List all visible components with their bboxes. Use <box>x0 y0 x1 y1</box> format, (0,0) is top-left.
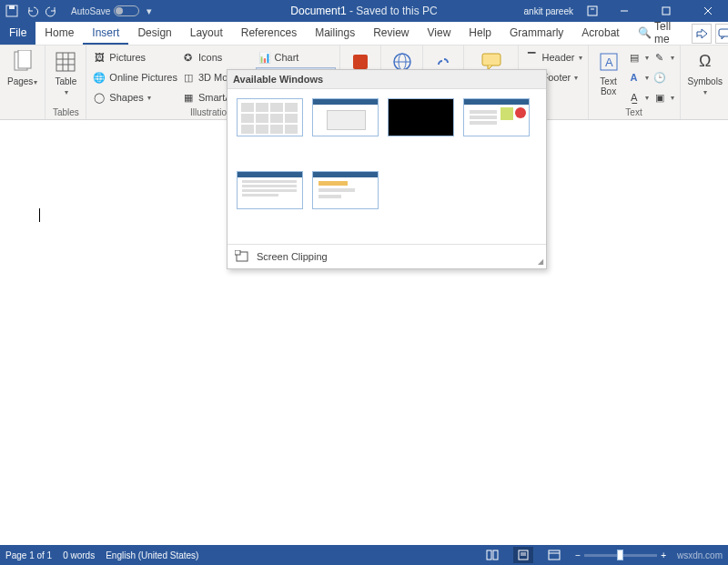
quick-access-toolbar: AutoSave ▾ <box>0 5 152 17</box>
redo-icon[interactable] <box>46 5 58 17</box>
group-text: A Text Box ▤▾ A▾ A̲▾ ✎▾ 🕒 ▣▾ Text <box>589 45 681 119</box>
tables-group-label: Tables <box>49 107 82 119</box>
zoom-in-button[interactable]: + <box>661 550 666 560</box>
window-thumbnail[interactable] <box>463 98 530 136</box>
svg-rect-2 <box>588 6 597 15</box>
icons-icon: ✪ <box>181 50 196 65</box>
text-box-icon: A <box>596 49 622 75</box>
drop-cap-icon: A̲ <box>627 90 642 105</box>
pages-button[interactable]: Pages▾ <box>4 47 41 107</box>
tab-acrobat[interactable]: Acrobat <box>572 22 628 45</box>
symbols-icon: Ω <box>693 49 718 75</box>
window-thumbnail[interactable] <box>312 171 379 209</box>
pictures-icon: 🖼 <box>92 50 106 65</box>
status-bar: Page 1 of 1 0 words English (United Stat… <box>0 545 728 565</box>
quick-parts-icon: ▤ <box>627 50 642 65</box>
date-time-icon: 🕒 <box>652 70 667 85</box>
screen-clipping-item[interactable]: Screen Clipping <box>228 244 546 268</box>
close-button[interactable] <box>692 0 724 22</box>
svg-rect-10 <box>56 53 75 71</box>
available-windows-grid <box>228 89 546 244</box>
svg-rect-4 <box>662 7 670 15</box>
svg-rect-31 <box>549 550 560 560</box>
minimize-button[interactable] <box>608 0 641 22</box>
word-count[interactable]: 0 words <box>63 550 95 560</box>
table-button[interactable]: Table▾ <box>49 47 82 107</box>
group-pages: Pages▾ <box>0 45 46 119</box>
wordart-button[interactable]: A▾ <box>625 67 651 87</box>
screenshot-dropdown: Available Windows Screen Clipping ◢ <box>227 69 547 269</box>
drop-cap-button[interactable]: A̲▾ <box>625 87 651 107</box>
online-pictures-button[interactable]: 🌐Online Pictures <box>90 67 179 87</box>
window-thumbnail[interactable] <box>237 171 303 209</box>
object-icon: ▣ <box>652 90 667 105</box>
ribbon-tabs: File Home Insert Design Layout Reference… <box>0 22 728 45</box>
chart-button[interactable]: 📊Chart <box>256 47 337 67</box>
svg-rect-15 <box>353 55 368 69</box>
qat-customize-icon[interactable]: ▾ <box>147 5 152 17</box>
ribbon-options-icon[interactable] <box>586 5 599 17</box>
pictures-button[interactable]: 🖼Pictures <box>90 47 179 67</box>
tab-file[interactable]: File <box>0 22 35 45</box>
zoom-level[interactable]: wsxdn.com <box>677 550 723 560</box>
symbols-button[interactable]: ΩSymbols▾ <box>684 47 726 107</box>
tab-review[interactable]: Review <box>364 22 418 45</box>
svg-rect-7 <box>719 29 728 36</box>
resize-grip-icon[interactable]: ◢ <box>538 257 543 266</box>
object-button[interactable]: ▣▾ <box>651 87 676 107</box>
tab-insert[interactable]: Insert <box>83 22 128 45</box>
header-button[interactable]: ▔Header▾ <box>522 47 583 67</box>
read-mode-button[interactable] <box>482 547 502 563</box>
svg-rect-27 <box>493 550 498 560</box>
screen-clipping-icon <box>235 250 249 263</box>
svg-rect-26 <box>487 550 491 560</box>
signed-in-user[interactable]: ankit pareek <box>524 6 573 16</box>
svg-rect-1 <box>9 5 15 9</box>
tab-references[interactable]: References <box>232 22 306 45</box>
print-layout-button[interactable] <box>513 547 533 563</box>
signature-line-button[interactable]: ✎▾ <box>651 47 676 67</box>
tab-mailings[interactable]: Mailings <box>306 22 364 45</box>
wordart-icon: A <box>627 70 642 85</box>
page-count[interactable]: Page 1 of 1 <box>5 550 52 560</box>
table-icon <box>53 49 78 75</box>
web-layout-button[interactable] <box>544 547 564 563</box>
window-thumbnail[interactable] <box>312 98 379 136</box>
text-box-button[interactable]: A Text Box <box>592 47 625 107</box>
maximize-button[interactable] <box>650 0 682 22</box>
icons-button[interactable]: ✪Icons <box>179 47 256 67</box>
tab-view[interactable]: View <box>419 22 460 45</box>
comments-pane-button[interactable] <box>715 24 728 44</box>
smartart-icon: ▦ <box>181 90 196 105</box>
ribbon: Pages▾ Table▾ Tables 🖼Pictures 🌐Online P… <box>0 45 728 120</box>
tell-me-search[interactable]: 🔍 Tell me <box>629 20 689 47</box>
zoom-slider[interactable]: − + <box>575 550 666 560</box>
zoom-out-button[interactable]: − <box>575 550 581 560</box>
text-group-label: Text <box>592 107 676 119</box>
undo-icon[interactable] <box>25 5 38 17</box>
tab-help[interactable]: Help <box>460 22 500 45</box>
online-pictures-icon: 🌐 <box>92 70 106 85</box>
tab-layout[interactable]: Layout <box>181 22 232 45</box>
window-thumbnail[interactable] <box>237 98 303 136</box>
share-button[interactable] <box>692 24 711 44</box>
tab-home[interactable]: Home <box>35 22 83 45</box>
dropdown-title: Available Windows <box>228 70 546 89</box>
tab-design[interactable]: Design <box>128 22 180 45</box>
date-time-button[interactable]: 🕒 <box>651 67 676 87</box>
quick-parts-button[interactable]: ▤▾ <box>625 47 651 67</box>
save-icon[interactable] <box>5 5 18 17</box>
shapes-icon: ◯ <box>92 90 106 105</box>
header-icon: ▔ <box>524 50 539 65</box>
svg-rect-9 <box>18 50 31 68</box>
language-status[interactable]: English (United States) <box>106 550 198 560</box>
svg-rect-19 <box>482 54 500 66</box>
group-symbols: ΩSymbols▾ <box>681 45 728 119</box>
svg-text:A: A <box>605 55 613 69</box>
shapes-button[interactable]: ◯Shapes▾ <box>90 87 179 107</box>
document-title: Document1 - Saved to this PC <box>290 5 437 17</box>
tab-grammarly[interactable]: Grammarly <box>500 22 572 45</box>
window-thumbnail[interactable] <box>388 98 454 136</box>
autosave-toggle[interactable]: AutoSave <box>71 5 139 16</box>
search-icon: 🔍 <box>638 26 652 39</box>
